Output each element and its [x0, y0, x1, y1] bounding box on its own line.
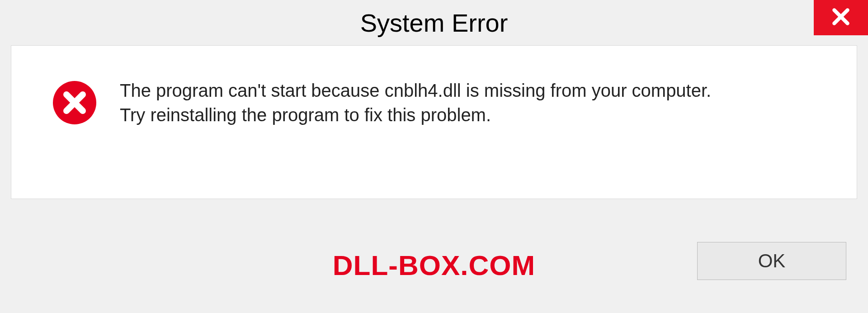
content-panel: The program can't start because cnblh4.d…: [11, 45, 857, 199]
error-message-line1: The program can't start because cnblh4.d…: [120, 81, 711, 100]
close-icon: [831, 7, 851, 28]
error-message-line2: Try reinstalling the program to fix this…: [120, 105, 491, 125]
close-button[interactable]: [814, 0, 868, 35]
error-dialog-window: System Error The program can't start bec…: [0, 0, 868, 313]
error-message: The program can't start because cnblh4.d…: [120, 77, 711, 127]
titlebar: System Error: [0, 0, 868, 45]
watermark-text: DLL-BOX.COM: [333, 249, 535, 281]
error-icon: [52, 80, 97, 125]
footer: DLL-BOX.COM OK: [0, 209, 868, 313]
window-title: System Error: [360, 8, 508, 38]
ok-button[interactable]: OK: [697, 242, 846, 280]
